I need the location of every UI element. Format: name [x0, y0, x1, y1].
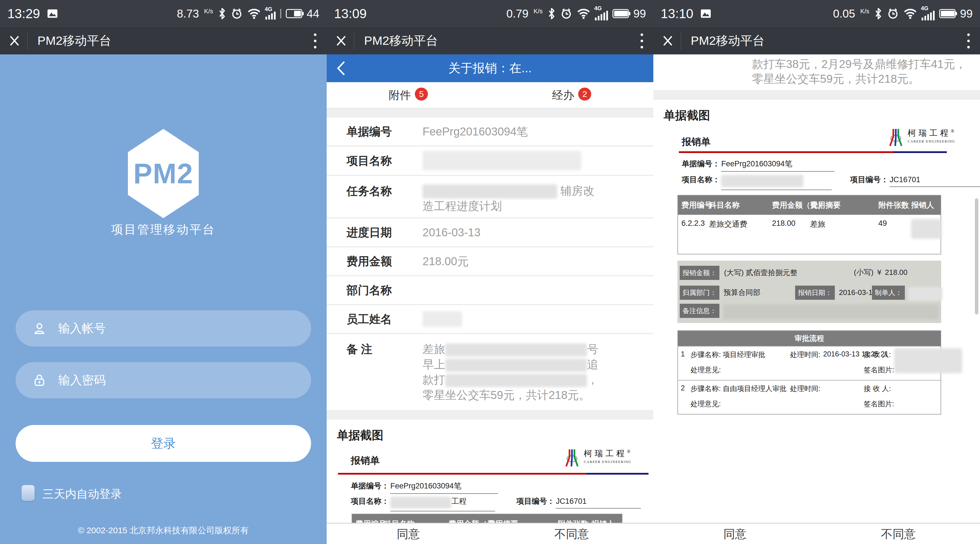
network-speed-unit: K/s: [204, 8, 213, 15]
password-input[interactable]: 输入密码: [16, 362, 311, 398]
browser-title-bar: PM2移动平台: [327, 27, 653, 54]
field-fee-amount: 费用金额 218.00元: [327, 247, 653, 276]
amount-capital: (大写) 贰佰壹拾捌元整: [724, 268, 797, 277]
fee-code: 6.2.2.3: [678, 215, 705, 243]
field-label: 部门名称: [347, 282, 423, 298]
field-value: 2016-03-13: [423, 226, 653, 239]
clock-text: 13:09: [334, 6, 367, 21]
brand-name-en: CAREER ENGINEERING: [908, 140, 955, 144]
login-button-label: 登录: [151, 435, 176, 452]
redacted-task-name: [423, 184, 557, 198]
auto-login-label: 三天内自动登录: [43, 486, 122, 502]
receipt-screenshot: 报销单 柯瑞工程® CAREER ENGINEERING 单据编号： FeePr…: [653, 127, 980, 523]
reimbursement-detail-screen: 13:09 0.79K/s 4G 99 PM2移动平台: [327, 0, 653, 544]
more-menu-icon[interactable]: [967, 33, 970, 48]
field-label: 任务名称: [347, 183, 423, 217]
field-label: 费用金额: [347, 254, 423, 269]
step-name: 步骤名称: 自由项目经理人审批: [690, 384, 787, 393]
tab-attachments[interactable]: 附件 5: [327, 82, 490, 108]
registered-mark: ®: [951, 128, 954, 133]
attachments-count-badge: 5: [415, 87, 428, 101]
amount-label-chip: 报销金额：: [680, 266, 719, 280]
network-speed: 0.05: [833, 7, 855, 20]
date-value: 2016-03-13: [839, 288, 877, 297]
close-icon[interactable]: [335, 35, 347, 47]
bluetooth-icon: [218, 7, 226, 20]
disagree-button[interactable]: 不同意: [490, 523, 653, 544]
disagree-label: 不同意: [554, 527, 589, 542]
section-gap: [327, 108, 653, 117]
account-input[interactable]: 输入帐号: [16, 310, 311, 347]
remark-text: 追: [587, 358, 598, 371]
col-header: 费用金额（元）: [768, 195, 807, 215]
project-number-value: JC16701: [556, 497, 641, 509]
redacted-remark: [445, 359, 587, 372]
col-header: 报销人: [908, 195, 940, 215]
signal-icon: 4G: [921, 7, 935, 21]
col-header: 报销人: [588, 514, 622, 523]
field-task-name: 任务名称 辅房改 造工程进度计划: [327, 176, 653, 219]
account-placeholder: 输入帐号: [58, 320, 106, 336]
clock-text: 13:10: [661, 6, 693, 21]
fee-table-header: 费用编号 科目名称 费用金额（元） 费用摘要 附件张数 报销人: [352, 514, 622, 523]
auto-login-checkbox[interactable]: [22, 485, 35, 501]
header-rule: [679, 151, 947, 153]
redacted-project-name: [721, 175, 803, 187]
col-header: 科目名称: [705, 195, 768, 215]
remark-text: 款打: [423, 373, 445, 386]
bluetooth-icon: [547, 7, 556, 20]
action-bar: 同意 不同意: [653, 523, 980, 544]
disagree-button[interactable]: 不同意: [817, 523, 980, 544]
divider: [27, 32, 28, 49]
project-number-label: 项目编号：: [850, 175, 888, 184]
status-bar: 13:09 0.79K/s 4G 99: [327, 0, 653, 27]
col-header: 费用金额（元）: [445, 514, 484, 523]
field-label: 项目名称: [347, 153, 423, 168]
agree-label: 同意: [723, 527, 747, 542]
lock-icon: [33, 373, 46, 387]
remark-continuation-line1: 款打车38元，2月29号及鼎维修打车41元，: [752, 57, 966, 71]
task-name-line2: 造工程进度计划: [423, 200, 502, 212]
bluetooth-icon: [874, 7, 883, 20]
col-header: 附件张数: [554, 514, 588, 523]
receipt-title: 报销单: [351, 454, 380, 467]
divider: [681, 32, 681, 49]
section-gap: [327, 411, 653, 420]
scrollbar[interactable]: [975, 198, 978, 314]
sim2-signal-icon: [280, 9, 281, 18]
brand-name-en: CAREER ENGINEERING: [584, 460, 632, 464]
receipt-summary-block: 报销金额： (大写) 贰佰壹拾捌元整 (小写) ￥ 218.00 归属部门： 预…: [678, 261, 941, 323]
col-header: 费用编号: [678, 195, 705, 215]
signature-label: 签名图片:: [864, 399, 894, 409]
receipt-project-row: 项目名称： 工程 项目编号： JC16701: [351, 496, 641, 511]
approval-row-1: 1 步骤名称: 项目经理审批 处理时间: 2016-03-13 11:25:21…: [678, 346, 940, 380]
dept-value: 预算合同部: [723, 288, 760, 297]
back-icon[interactable]: [336, 60, 346, 76]
remark-continuation-line2: 零星坐公交车59元，共计218元。: [752, 71, 920, 86]
status-bar: 13:10 0.05K/s 4G 99: [653, 0, 980, 27]
clock-text: 13:29: [7, 6, 40, 21]
field-value: FeePrg201603094笔: [423, 124, 653, 140]
company-logo: 柯瑞工程® CAREER ENGINEERING: [887, 127, 955, 148]
tab-handlers[interactable]: 经办 2: [490, 82, 653, 108]
col-header: 附件张数: [875, 195, 908, 215]
dept-label-chip: 归属部门：: [680, 285, 719, 300]
receipt-doc-number-row: 单据编号： FeePrg201603094笔: [682, 159, 835, 172]
user-icon: [33, 322, 46, 335]
agree-button[interactable]: 同意: [653, 523, 817, 544]
doc-number-value: FeePrg201603094笔: [390, 481, 498, 494]
close-icon[interactable]: [662, 35, 674, 47]
field-progress-date: 进度日期 2016-03-13: [327, 219, 653, 247]
browser-title-bar: PM2移动平台: [0, 27, 327, 54]
agree-label: 同意: [397, 527, 420, 542]
field-label: 员工姓名: [347, 311, 423, 327]
signature-label: 签名图片:: [864, 365, 894, 374]
more-menu-icon[interactable]: [641, 33, 643, 48]
close-icon[interactable]: [8, 35, 21, 47]
login-button[interactable]: 登录: [16, 425, 311, 462]
more-menu-icon[interactable]: [314, 33, 317, 48]
agree-button[interactable]: 同意: [327, 523, 490, 544]
battery-icon: [939, 9, 956, 18]
alarm-icon: [887, 8, 899, 19]
field-employee-name: 员工姓名: [327, 305, 653, 334]
